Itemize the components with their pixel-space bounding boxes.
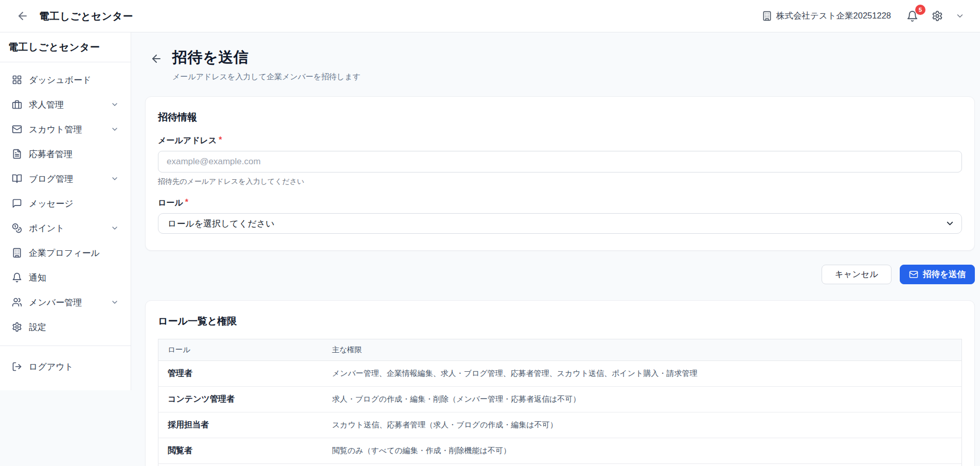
- arrow-left-icon: [150, 53, 163, 65]
- chevron-down-icon: [111, 224, 119, 232]
- sidebar-item-messages[interactable]: メッセージ: [6, 191, 124, 216]
- role-permissions-cell: メンバー管理、企業情報編集、求人・ブログ管理、応募者管理、スカウト送信、ポイント…: [323, 361, 962, 387]
- chevron-down-icon: [111, 100, 119, 109]
- mail-icon: [12, 124, 22, 134]
- chevron-down-icon: [111, 298, 119, 306]
- sidebar-item-label: ログアウト: [29, 361, 74, 373]
- mail-icon: [909, 270, 918, 279]
- sidebar-item-blog[interactable]: ブログ管理: [6, 166, 124, 191]
- notification-area: 5: [903, 7, 921, 25]
- role-name-cell: コンテンツ管理者: [158, 387, 323, 412]
- message-icon: [12, 198, 22, 209]
- email-field-group: メールアドレス * 招待先のメールアドレスを入力してください: [158, 135, 962, 186]
- table-row: コンテンツ管理者 求人・ブログの作成・編集・削除（メンバー管理・応募者返信は不可…: [158, 387, 962, 412]
- company-chip: 株式会社テスト企業20251228: [762, 10, 891, 22]
- required-mark: *: [219, 135, 222, 146]
- sidebar-item-label: ブログ管理: [29, 173, 73, 185]
- table-row: 経理担当者 請求書ダウンロード、入金状況確認、ポイント利用履歴閲覧（他の機能は不…: [158, 464, 962, 466]
- role-name-cell: 採用担当者: [158, 412, 323, 438]
- roles-table-head: ロール 主な権限: [158, 339, 962, 361]
- briefcase-icon: [12, 99, 22, 110]
- page-header: 招待を送信 メールアドレスを入力して企業メンバーを招待します: [145, 47, 975, 82]
- sidebar-item-label: ポイント: [29, 222, 65, 234]
- sidebar-item-dashboard[interactable]: ダッシュボード: [6, 67, 124, 92]
- role-permissions-cell: 閲覧のみ（すべての編集・作成・削除機能は不可）: [323, 438, 962, 464]
- settings-button[interactable]: [929, 7, 946, 25]
- building-icon: [762, 11, 772, 21]
- column-header-permissions: 主な権限: [323, 339, 962, 361]
- roles-header-row: ロール 主な権限: [158, 339, 962, 361]
- sidebar-item-scouts[interactable]: スカウト管理: [6, 117, 124, 142]
- sidebar-item-jobs[interactable]: 求人管理: [6, 92, 124, 117]
- header-back-button[interactable]: [13, 7, 32, 25]
- sidebar-item-label: 通知: [29, 272, 46, 284]
- arrow-left-icon: [16, 10, 29, 22]
- sidebar-item-label: 求人管理: [29, 99, 64, 111]
- sidebar-item-label: ダッシュボード: [29, 74, 91, 86]
- roles-heading: ロール一覧と権限: [158, 315, 962, 328]
- coins-icon: [12, 223, 22, 233]
- role-select[interactable]: ロールを選択してください: [158, 213, 962, 234]
- building-icon: [12, 248, 22, 258]
- chevron-down-icon: [111, 125, 119, 133]
- dashboard-icon: [12, 75, 22, 85]
- sidebar-item-label: 企業プロフィール: [29, 247, 100, 259]
- role-name-cell: 経理担当者: [158, 464, 323, 466]
- sidebar-nav: ダッシュボード 求人管理 スカウト管理 応募者管理 ブログ管理 メッセージ: [0, 62, 131, 341]
- sidebar-title: 電工しごとセンター: [0, 32, 131, 62]
- chevron-down-icon: [111, 175, 119, 183]
- role-name-cell: 管理者: [158, 361, 323, 387]
- sidebar-item-members[interactable]: メンバー管理: [6, 290, 124, 315]
- role-field-group: ロール * ロールを選択してください: [158, 198, 962, 234]
- page-title: 招待を送信: [172, 47, 361, 68]
- email-hint: 招待先のメールアドレスを入力してください: [158, 177, 962, 186]
- sidebar-item-label: 設定: [29, 321, 46, 333]
- roles-table-body: 管理者 メンバー管理、企業情報編集、求人・ブログ管理、応募者管理、スカウト送信、…: [158, 361, 962, 466]
- app-title: 電工しごとセンター: [39, 9, 133, 23]
- sidebar-item-notifications[interactable]: 通知: [6, 265, 124, 290]
- sidebar-item-logout[interactable]: ログアウト: [6, 354, 124, 379]
- sidebar-divider: [0, 346, 131, 346]
- gear-icon: [932, 10, 943, 22]
- cancel-button[interactable]: キャンセル: [822, 265, 892, 284]
- table-row: 閲覧者 閲覧のみ（すべての編集・作成・削除機能は不可）: [158, 438, 962, 464]
- account-menu-button[interactable]: [953, 9, 967, 23]
- sidebar-item-label: 応募者管理: [29, 148, 73, 160]
- sidebar-item-label: メンバー管理: [29, 297, 82, 308]
- role-select-wrap: ロールを選択してください: [158, 213, 962, 234]
- sidebar-item-label: スカウト管理: [29, 124, 82, 135]
- sidebar-item-label: メッセージ: [29, 198, 74, 210]
- email-label-text: メールアドレス: [158, 135, 217, 146]
- file-text-icon: [12, 149, 22, 159]
- users-icon: [12, 297, 22, 307]
- book-open-icon: [12, 174, 22, 184]
- role-label-text: ロール: [158, 198, 183, 209]
- sidebar-item-applicants[interactable]: 応募者管理: [6, 142, 124, 166]
- table-row: 採用担当者 スカウト送信、応募者管理（求人・ブログの作成・編集は不可）: [158, 412, 962, 438]
- form-actions: キャンセル 招待を送信: [145, 265, 975, 284]
- email-label: メールアドレス *: [158, 135, 962, 146]
- page-title-block: 招待を送信 メールアドレスを入力して企業メンバーを招待します: [172, 47, 361, 82]
- column-header-role: ロール: [158, 339, 323, 361]
- logout-icon: [12, 361, 22, 372]
- company-name: 株式会社テスト企業20251228: [776, 10, 891, 22]
- role-permissions-cell: 請求書ダウンロード、入金状況確認、ポイント利用履歴閲覧（他の機能は不可）: [323, 464, 962, 466]
- email-input[interactable]: [158, 151, 962, 172]
- bell-icon: [12, 272, 22, 283]
- roles-table: ロール 主な権限 管理者 メンバー管理、企業情報編集、求人・ブログ管理、応募者管…: [158, 339, 962, 466]
- main-content: 招待を送信 メールアドレスを入力して企業メンバーを招待します 招待情報 メールア…: [131, 32, 980, 466]
- role-permissions-cell: スカウト送信、応募者管理（求人・ブログの作成・編集は不可）: [323, 412, 962, 438]
- logout-section: ログアウト: [0, 350, 131, 383]
- send-invitation-label: 招待を送信: [923, 269, 966, 280]
- page-subtitle: メールアドレスを入力して企業メンバーを招待します: [172, 72, 361, 82]
- role-permissions-cell: 求人・ブログの作成・編集・削除（メンバー管理・応募者返信は不可）: [323, 387, 962, 412]
- sidebar-item-company-profile[interactable]: 企業プロフィール: [6, 240, 124, 265]
- sidebar-item-points[interactable]: ポイント: [6, 216, 124, 240]
- send-invitation-button[interactable]: 招待を送信: [900, 265, 975, 284]
- invitation-form-card: 招待情報 メールアドレス * 招待先のメールアドレスを入力してください ロール …: [145, 96, 975, 251]
- required-mark: *: [185, 198, 188, 209]
- page-back-button[interactable]: [147, 49, 166, 68]
- form-heading: 招待情報: [158, 111, 962, 124]
- role-name-cell: 閲覧者: [158, 438, 323, 464]
- sidebar-item-settings[interactable]: 設定: [6, 315, 124, 339]
